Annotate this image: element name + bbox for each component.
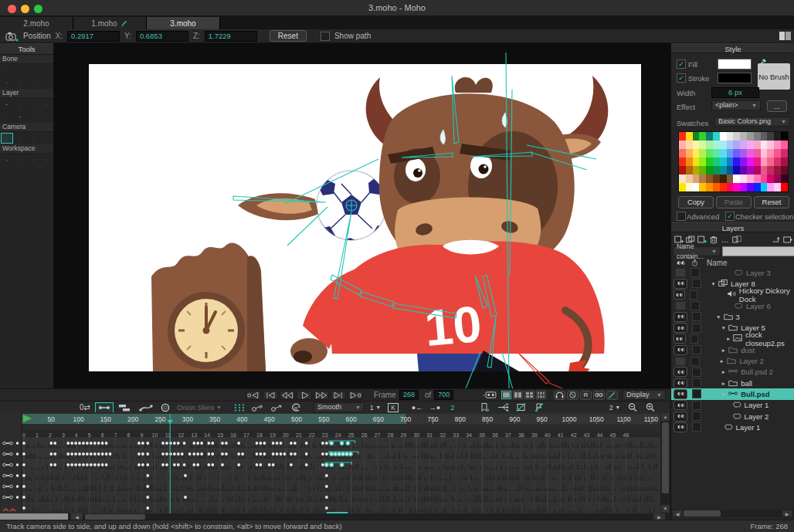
- color-swatch[interactable]: [679, 132, 686, 141]
- tool-shear-layer[interactable]: [1, 111, 13, 122]
- layer-animation-checkbox[interactable]: [691, 301, 700, 310]
- layer-visibility-toggle[interactable]: [674, 378, 687, 388]
- layer-row-3[interactable]: ▼3: [671, 311, 794, 322]
- color-swatch[interactable]: [713, 132, 720, 141]
- fill-color-swatch[interactable]: [718, 59, 752, 69]
- color-swatch[interactable]: [761, 175, 768, 183]
- panel-layout-icon[interactable]: [779, 32, 791, 40]
- fill-checkbox[interactable]: ✓: [677, 59, 686, 69]
- color-swatch[interactable]: [679, 183, 686, 191]
- copy-style-button[interactable]: Copy: [678, 196, 714, 208]
- layer-expand-toggle[interactable]: ▼: [715, 314, 722, 320]
- position-x-field[interactable]: 0.2917: [67, 31, 120, 42]
- paste-style-button[interactable]: Paste: [716, 196, 752, 208]
- color-swatch[interactable]: [761, 158, 768, 166]
- exclude-box-button[interactable]: [514, 402, 529, 413]
- delete-layer-button[interactable]: [707, 235, 719, 244]
- add-marker-button[interactable]: [477, 402, 492, 413]
- layer-visibility-toggle[interactable]: [674, 312, 687, 322]
- color-swatch[interactable]: [740, 166, 747, 175]
- color-swatch[interactable]: [733, 132, 740, 141]
- color-swatch[interactable]: [740, 141, 747, 149]
- color-swatch[interactable]: [727, 141, 734, 149]
- color-swatch[interactable]: [774, 158, 781, 166]
- layer-visibility-toggle[interactable]: [674, 389, 687, 399]
- tool-paint-tool[interactable]: [40, 111, 53, 122]
- film-strip-icon[interactable]: [485, 391, 497, 399]
- color-palette[interactable]: [678, 131, 789, 192]
- color-swatch[interactable]: [699, 149, 706, 158]
- color-swatch[interactable]: [699, 158, 706, 166]
- layer-visibility-toggle[interactable]: [674, 367, 687, 377]
- layer-row-layer-2[interactable]: Layer 2: [671, 411, 794, 422]
- color-swatch[interactable]: [740, 175, 747, 183]
- color-swatch[interactable]: [767, 158, 774, 166]
- onion-skins-dropdown[interactable]: Onion Skins ▼: [175, 402, 223, 413]
- layers-scroll-left-button[interactable]: ◀: [673, 510, 682, 517]
- color-swatch[interactable]: [767, 166, 774, 175]
- color-swatch[interactable]: [679, 141, 686, 149]
- color-swatch[interactable]: [693, 166, 700, 175]
- color-swatch[interactable]: [693, 132, 700, 141]
- layer-search-mode-dropdown[interactable]: Name contain...▼: [673, 246, 721, 256]
- color-swatch[interactable]: [747, 183, 754, 191]
- rebase-frame-zero-button[interactable]: 0⇄: [77, 402, 93, 413]
- layer-expand-toggle[interactable]: ▼: [720, 325, 727, 330]
- color-swatch[interactable]: [774, 149, 781, 158]
- switch-layer-button[interactable]: [782, 235, 793, 244]
- layer-visibility-toggle[interactable]: [674, 412, 687, 422]
- color-swatch[interactable]: [693, 183, 700, 191]
- reset-position-button[interactable]: Reset: [270, 30, 307, 42]
- step-back-button[interactable]: [280, 391, 295, 400]
- layer-visibility-toggle[interactable]: [675, 357, 686, 366]
- keyframe-box-button[interactable]: K: [385, 402, 401, 413]
- layer-visibility-toggle[interactable]: [674, 323, 687, 333]
- tool-scale-bone[interactable]: [40, 65, 53, 76]
- color-swatch[interactable]: [740, 183, 747, 191]
- color-swatch[interactable]: [774, 132, 781, 141]
- color-swatch[interactable]: [754, 149, 761, 158]
- timeline-vscrollbar-thumb[interactable]: [662, 422, 669, 493]
- current-frame-field[interactable]: 268: [399, 390, 419, 400]
- color-swatch[interactable]: [706, 132, 713, 141]
- display-quality-dropdown[interactable]: Display▼: [623, 390, 666, 400]
- tool-transform-layer[interactable]: [1, 99, 13, 110]
- color-swatch[interactable]: [740, 158, 747, 166]
- timeline-hscrollbar-thumb[interactable]: [85, 514, 145, 520]
- layer-visibility-toggle[interactable]: [674, 279, 687, 289]
- color-swatch[interactable]: [713, 175, 720, 183]
- layer-expand-toggle[interactable]: ►: [720, 369, 727, 374]
- color-swatch[interactable]: [720, 166, 727, 175]
- layer-animation-checkbox[interactable]: [692, 389, 701, 398]
- color-swatch[interactable]: [747, 158, 754, 166]
- color-swatch[interactable]: [761, 149, 768, 158]
- stroke-width-field[interactable]: 6 px: [711, 87, 759, 98]
- color-swatch[interactable]: [713, 166, 720, 175]
- jump-begin-button[interactable]: [246, 391, 261, 400]
- color-swatch[interactable]: [761, 132, 768, 141]
- brush-selector-button[interactable]: No Brush: [758, 63, 790, 90]
- channels-view-button[interactable]: [95, 402, 114, 413]
- color-swatch[interactable]: [781, 183, 788, 191]
- reset-style-button[interactable]: Reset: [754, 196, 789, 208]
- color-swatch[interactable]: [679, 166, 686, 175]
- timeline-zoom-in-button[interactable]: [643, 402, 658, 413]
- tool-pan-tilt-camera[interactable]: [40, 133, 53, 144]
- color-swatch[interactable]: [767, 132, 774, 141]
- headphones-button[interactable]: [554, 391, 565, 400]
- interpolation-dropdown[interactable]: Smooth▼: [314, 402, 365, 412]
- reset-rotation-button[interactable]: [288, 402, 304, 413]
- layer-expand-toggle[interactable]: ►: [720, 381, 727, 386]
- color-swatch[interactable]: [733, 166, 740, 175]
- layer-expand-toggle[interactable]: ►: [720, 391, 727, 397]
- color-swatch[interactable]: [781, 158, 788, 166]
- layer-animation-checkbox[interactable]: [692, 279, 701, 288]
- color-swatch[interactable]: [727, 132, 734, 141]
- tool-duplicate-layer[interactable]: [14, 111, 26, 122]
- color-swatch[interactable]: [686, 132, 693, 141]
- color-swatch[interactable]: [727, 175, 734, 183]
- checker-selection-checkbox[interactable]: ✓: [725, 212, 735, 221]
- layer-animation-checkbox[interactable]: [692, 345, 701, 354]
- swatches-dropdown[interactable]: Basic Colors.png▼: [714, 117, 790, 127]
- layer-animation-checkbox[interactable]: [691, 268, 700, 277]
